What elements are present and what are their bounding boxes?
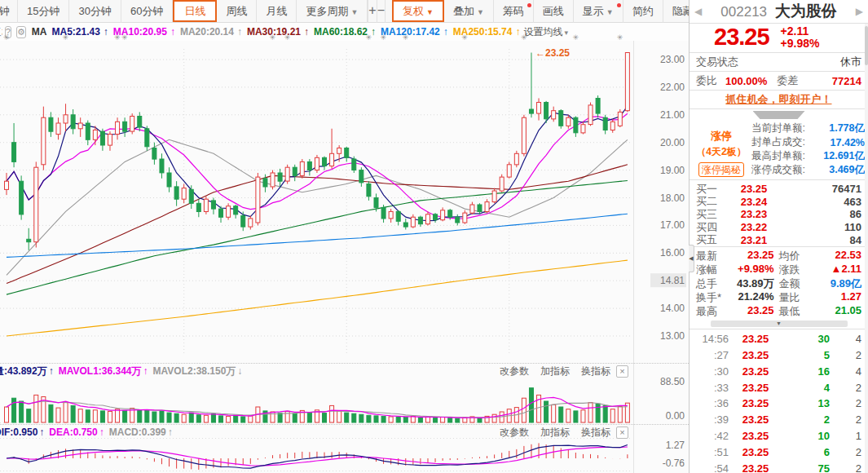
scrollbar-handle[interactable] (865, 26, 868, 65)
period-tab-周线[interactable]: 周线 (217, 0, 257, 23)
period-tab-分钟[interactable]: 分钟 (0, 0, 18, 23)
indicator-text: MACD:0.399 (109, 427, 166, 438)
indicator-value-label: MAVOL1:36.344万 (59, 365, 143, 378)
stat-label: 涨停成交额: (751, 163, 805, 177)
tool-筹码[interactable]: 筹码 (494, 0, 534, 23)
info-value: 23.25 (747, 249, 779, 263)
indicator-value-label: 量:43.892万 (0, 365, 49, 378)
collapse-up-button[interactable] (753, 111, 805, 119)
panel-collapse-tab[interactable]: ◀ (689, 245, 694, 272)
stat-value: 3.469亿 (829, 163, 865, 177)
quote-info-cell: 最高23.25 (696, 304, 779, 319)
tick-time: :51 (696, 446, 729, 458)
tool-叠加[interactable]: 叠加▼ (444, 0, 494, 23)
svg-text:14.00: 14.00 (660, 303, 685, 314)
tick-price: 23.25 (729, 382, 782, 394)
open-account-link[interactable]: 抓住机会，即刻开户！ (726, 93, 832, 105)
bid-row[interactable]: 买二23.24463 (690, 196, 868, 209)
svg-text:19.00: 19.00 (660, 165, 685, 176)
pane-button-加指标[interactable]: 加指标 (540, 365, 570, 378)
period-tab-60分钟[interactable]: 60分钟 (121, 0, 173, 23)
bid-price: 23.21 (725, 234, 782, 246)
tick-list[interactable]: 14:5623.25304:2723.2552:3023.25164:3323.… (690, 329, 868, 473)
limit-up-stat-row: 封单占成交:17.42% (751, 135, 865, 149)
period-tab-日线[interactable]: 日线 (173, 0, 217, 22)
notification-dot (527, 3, 531, 7)
scrollbar-track[interactable] (865, 24, 868, 473)
tick-price: 23.25 (729, 365, 782, 378)
quote-info-row: 换手*21.24%量比1.27 (696, 291, 861, 305)
svg-text:22.00: 22.00 (660, 82, 685, 93)
next-stock-arrow[interactable]: ▶ (856, 6, 863, 17)
period-tab-30分钟[interactable]: 30分钟 (69, 0, 121, 23)
pane-button-换指标[interactable]: 换指标 (581, 426, 610, 440)
limit-up-reveal-button[interactable]: 涨停揭秘 (698, 162, 744, 177)
indicator-value-label: MAVOL2:38.150万 (153, 365, 238, 378)
tick-price: 23.25 (729, 349, 782, 361)
quote-info-row: 最高23.25最低21.05 (696, 305, 861, 319)
candlestick-chart[interactable]: 23.0022.0021.0020.0019.0018.0017.0016.00… (0, 41, 689, 363)
bid-volume: 110 (844, 221, 861, 233)
tick-row: :5123.2562 (696, 444, 861, 460)
info-label: 涨跌 (779, 263, 800, 277)
limit-up-stat-row: 当前封单额:1.778亿 (751, 122, 865, 135)
bid-row[interactable]: 买三23.2386 (690, 208, 868, 221)
period-tab-月线[interactable]: 月线 (257, 0, 297, 23)
pane-button-改参数[interactable]: 改参数 (500, 426, 529, 440)
prev-stock-arrow[interactable]: ◀ (694, 6, 702, 17)
quote-info-cell: 量比1.27 (779, 290, 862, 305)
tool-简约[interactable]: 简约 (623, 0, 663, 23)
indicator-value-label: DIF:0.950 (0, 427, 39, 438)
bid-price: 23.25 (725, 183, 782, 195)
quote-info-cell: 最低21.05 (779, 304, 862, 319)
change-amount: +2.11 (781, 25, 820, 38)
bid-row[interactable]: 买一23.2576471 (690, 183, 868, 196)
bid-row[interactable]: 买四23.22110 (690, 221, 868, 234)
tick-price: 23.25 (729, 462, 782, 473)
tool-显示[interactable]: 显示▼ (574, 0, 623, 23)
weibi-value: 100.00% (725, 75, 767, 87)
info-label: 金额 (779, 276, 800, 291)
tool-画线[interactable]: 画线 (534, 0, 574, 23)
quote-info-cell: 最新23.25 (696, 249, 779, 263)
tick-volume: 4 (782, 382, 830, 394)
collapse-down-button[interactable]: ▼ (711, 320, 848, 327)
info-value: 22.53 (835, 249, 861, 263)
trading-app-window: 分钟15分钟30分钟60分钟日线周线月线更多周期▼ + − 复权▼叠加▼筹码画线… (0, 0, 868, 473)
quote-info-cell: 总手43.89万 (696, 276, 779, 291)
info-value: 1.27 (841, 290, 861, 305)
tick-count: 2 (856, 382, 861, 394)
info-label: 最新 (696, 249, 717, 263)
stat-label: 最高封单额: (751, 149, 805, 163)
tick-volume: 75 (782, 462, 830, 473)
info-value: 21.24% (738, 290, 778, 305)
tick-row: :2723.2552 (696, 347, 861, 364)
zoom-out-button[interactable]: − (377, 0, 386, 23)
quote-info-cell: 涨幅+9.98% (696, 263, 779, 277)
bid-row[interactable]: 买五23.2184 (690, 233, 868, 246)
tick-count: 4 (856, 333, 861, 345)
chart-region[interactable]: ✳✳✳✳✳✳✳✳✳✳✳✳✳ 23.0022.0021.0020.0019.001… (0, 41, 689, 473)
price-row: 23.25 +2.11 +9.98% (690, 24, 868, 53)
pane-button-改参数[interactable]: 改参数 (500, 365, 529, 378)
close-icon[interactable]: × (616, 427, 628, 439)
tick-count: 2 (856, 397, 861, 409)
tick-row: :3623.25132 (696, 396, 861, 412)
tool-复权[interactable]: 复权▼ (392, 0, 444, 22)
period-tab-更多周期[interactable]: 更多周期▼ (297, 0, 368, 23)
info-label: 均价 (779, 249, 800, 263)
pane-button-换指标[interactable]: 换指标 (581, 365, 610, 378)
chevron-down-icon: ▼ (477, 8, 484, 16)
bid-volume: 463 (844, 196, 861, 208)
weicha-label: 委差 (777, 73, 798, 88)
tick-count: 2 (856, 446, 861, 458)
svg-text:16.00: 16.00 (660, 247, 685, 259)
pane-button-加指标[interactable]: 加指标 (540, 426, 570, 440)
svg-text:23.00: 23.00 (660, 54, 685, 65)
svg-text:88.50: 88.50 (660, 376, 685, 387)
indicator-text: DIF:0.950 (0, 427, 37, 438)
close-icon[interactable]: × (616, 365, 628, 378)
zoom-in-button[interactable]: + (368, 0, 377, 23)
period-tab-15分钟[interactable]: 15分钟 (18, 0, 69, 23)
info-value: 43.89万 (737, 276, 779, 291)
